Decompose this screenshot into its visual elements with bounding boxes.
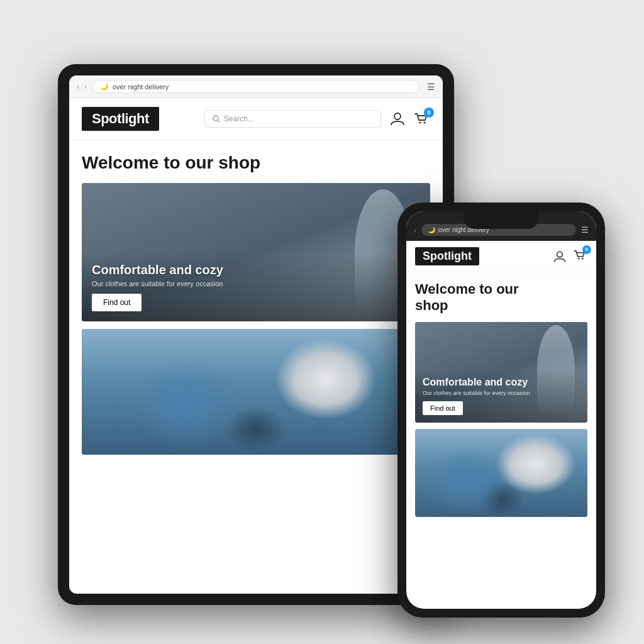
hero-image: Comfortable and cozy Our clothes are sui… (82, 183, 430, 321)
mittens-visual (82, 329, 430, 455)
user-icon[interactable] (389, 110, 406, 128)
hero-title: Comfortable and cozy (92, 263, 420, 277)
svg-point-2 (394, 113, 401, 119)
url-text: over night delivery (113, 83, 169, 91)
svg-point-5 (557, 252, 563, 257)
phone-site-content: Welcome to our shop Comfortable and cozy… (406, 272, 596, 609)
tablet-screen: ‹ › 🌙 over night delivery ☰ Spotlight (69, 75, 443, 594)
phone-screen: ‹ 🌙 over night delivery ☰ Spotlight (406, 211, 596, 609)
tablet-browser-bar: ‹ › 🌙 over night delivery ☰ (69, 75, 443, 98)
hero-subtitle: Our clothes are suitable for every occas… (92, 280, 420, 287)
hero-overlay: Comfortable and cozy Our clothes are sui… (82, 253, 430, 321)
phone-hero-image: Comfortable and cozy Our clothes are sui… (415, 322, 587, 423)
tablet-device: ‹ › 🌙 over night delivery ☰ Spotlight (58, 64, 454, 605)
scene: ‹ › 🌙 over night delivery ☰ Spotlight (39, 39, 605, 605)
phone-notch (464, 211, 539, 229)
site-header: Spotlight Search... (69, 98, 443, 140)
phone-cart-badge: 0 (582, 245, 591, 254)
search-bar[interactable]: Search... (204, 110, 381, 128)
welcome-title: Welcome to our shop (82, 153, 430, 173)
phone-second-image (415, 429, 587, 517)
forward-arrow-icon[interactable]: › (84, 82, 87, 91)
phone-hero-title: Comfortable and cozy (423, 377, 580, 388)
svg-point-4 (424, 122, 426, 124)
moon-icon: 🌙 (100, 82, 109, 91)
phone-device: ‹ 🌙 over night delivery ☰ Spotlight (397, 203, 605, 618)
phone-site: Spotlight 0 (406, 241, 596, 609)
svg-point-3 (419, 122, 421, 124)
menu-icon[interactable]: ☰ (427, 82, 435, 92)
second-image (82, 329, 430, 455)
phone-header-icons: 0 (552, 248, 587, 265)
phone-find-out-button[interactable]: Find out (423, 401, 463, 415)
url-bar[interactable]: 🌙 over night delivery (92, 80, 419, 93)
back-arrow-icon[interactable]: ‹ (77, 82, 79, 91)
phone-cart-wrapper: 0 (572, 248, 587, 265)
header-icons: 0 (389, 110, 430, 128)
phone-welcome-title: Welcome to our shop (415, 281, 587, 314)
cart-wrapper: 0 (413, 110, 430, 128)
svg-point-0 (213, 116, 218, 121)
phone-back-arrow-icon[interactable]: ‹ (414, 226, 416, 234)
site-content: Welcome to our shop Comfortable and cozy… (69, 140, 443, 594)
cart-badge: 0 (424, 108, 434, 118)
svg-point-6 (578, 257, 580, 259)
search-placeholder: Search... (224, 114, 254, 123)
phone-mittens-visual (415, 429, 587, 517)
site-logo[interactable]: Spotlight (82, 107, 159, 131)
phone-menu-icon[interactable]: ☰ (581, 225, 589, 235)
svg-point-7 (582, 257, 584, 259)
tablet-site: Spotlight Search... (69, 98, 443, 594)
svg-line-1 (218, 121, 219, 123)
phone-site-header: Spotlight 0 (406, 241, 596, 272)
phone-user-icon[interactable] (552, 249, 567, 264)
phone-hero-overlay: Comfortable and cozy Our clothes are sui… (415, 369, 587, 423)
phone-hero-subtitle: Our clothes are suitable for every occas… (423, 390, 580, 396)
phone-moon-icon: 🌙 (428, 226, 435, 233)
find-out-button[interactable]: Find out (92, 294, 142, 311)
phone-site-logo[interactable]: Spotlight (415, 247, 479, 265)
search-icon (213, 115, 220, 123)
